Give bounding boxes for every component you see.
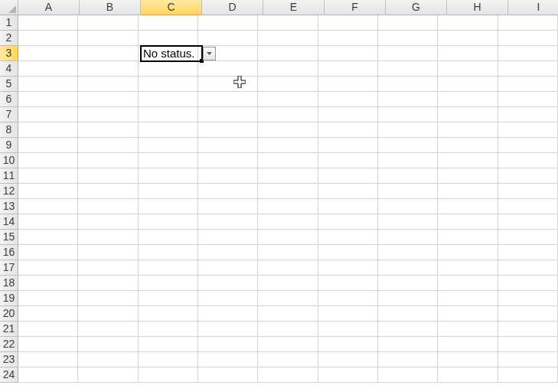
cell-C7[interactable] — [139, 107, 198, 122]
cell-B4[interactable] — [78, 61, 138, 77]
cell-E3[interactable] — [258, 46, 318, 61]
cell-G17[interactable] — [378, 260, 438, 276]
cell-F2[interactable] — [318, 31, 378, 46]
cell-D14[interactable] — [198, 214, 258, 230]
cell-A10[interactable] — [18, 153, 78, 168]
cell-C15[interactable] — [139, 230, 198, 245]
cell-E22[interactable] — [258, 337, 318, 352]
cell-H19[interactable] — [438, 291, 498, 306]
row-header-23[interactable]: 23 — [0, 352, 18, 368]
cell-F4[interactable] — [318, 61, 378, 77]
cell-H13[interactable] — [438, 199, 498, 214]
cell-D20[interactable] — [198, 306, 258, 322]
col-header-C[interactable]: C — [141, 0, 202, 15]
cell-D21[interactable] — [198, 322, 258, 337]
cell-F1[interactable] — [318, 15, 378, 31]
col-header-H[interactable]: H — [447, 0, 508, 15]
cell-A14[interactable] — [18, 214, 78, 230]
cell-C4[interactable] — [139, 61, 198, 77]
cell-C8[interactable] — [139, 122, 198, 138]
row-header-7[interactable]: 7 — [0, 107, 18, 122]
row-header-5[interactable]: 5 — [0, 77, 18, 92]
cell-B8[interactable] — [78, 122, 138, 138]
cell-I12[interactable] — [498, 184, 558, 199]
cell-C3[interactable] — [139, 46, 198, 61]
cell-F15[interactable] — [318, 230, 378, 245]
cell-E13[interactable] — [258, 199, 318, 214]
cell-D2[interactable] — [198, 31, 258, 46]
cell-C18[interactable] — [139, 276, 198, 291]
cell-A20[interactable] — [18, 306, 78, 322]
cell-E20[interactable] — [258, 306, 318, 322]
cell-C6[interactable] — [139, 92, 198, 107]
cell-F21[interactable] — [318, 322, 378, 337]
cell-E6[interactable] — [258, 92, 318, 107]
cell-D13[interactable] — [198, 199, 258, 214]
cell-C5[interactable] — [139, 77, 198, 92]
cell-I13[interactable] — [498, 199, 558, 214]
row-header-13[interactable]: 13 — [0, 199, 18, 214]
cell-H14[interactable] — [438, 214, 498, 230]
cell-B18[interactable] — [78, 276, 138, 291]
cell-G15[interactable] — [378, 230, 438, 245]
row-header-9[interactable]: 9 — [0, 138, 18, 153]
row-header-17[interactable]: 17 — [0, 260, 18, 276]
cell-B9[interactable] — [78, 138, 138, 153]
cell-A1[interactable] — [18, 15, 78, 31]
cell-E19[interactable] — [258, 291, 318, 306]
cell-B13[interactable] — [78, 199, 138, 214]
cell-A21[interactable] — [18, 322, 78, 337]
cell-C22[interactable] — [139, 337, 198, 352]
cell-H7[interactable] — [438, 107, 498, 122]
row-header-1[interactable]: 1 — [0, 15, 18, 31]
cell-H16[interactable] — [438, 245, 498, 260]
cell-C2[interactable] — [139, 31, 198, 46]
cell-G12[interactable] — [378, 184, 438, 199]
cell-C10[interactable] — [139, 153, 198, 168]
cell-C23[interactable] — [139, 352, 198, 368]
cell-D8[interactable] — [198, 122, 258, 138]
cell-B17[interactable] — [78, 260, 138, 276]
row-header-15[interactable]: 15 — [0, 230, 18, 245]
cell-I24[interactable] — [498, 368, 558, 383]
cell-D11[interactable] — [198, 168, 258, 184]
cell-H11[interactable] — [438, 168, 498, 184]
cell-G22[interactable] — [378, 337, 438, 352]
cell-F20[interactable] — [318, 306, 378, 322]
cell-F16[interactable] — [318, 245, 378, 260]
cell-C1[interactable] — [139, 15, 198, 31]
cell-I10[interactable] — [498, 153, 558, 168]
row-header-20[interactable]: 20 — [0, 306, 18, 322]
cell-I19[interactable] — [498, 291, 558, 306]
cell-F9[interactable] — [318, 138, 378, 153]
cell-E17[interactable] — [258, 260, 318, 276]
cell-D18[interactable] — [198, 276, 258, 291]
cell-G16[interactable] — [378, 245, 438, 260]
cell-B16[interactable] — [78, 245, 138, 260]
cell-H8[interactable] — [438, 122, 498, 138]
cell-G19[interactable] — [378, 291, 438, 306]
cell-E2[interactable] — [258, 31, 318, 46]
cell-B15[interactable] — [78, 230, 138, 245]
cell-F11[interactable] — [318, 168, 378, 184]
cell-E18[interactable] — [258, 276, 318, 291]
cell-H20[interactable] — [438, 306, 498, 322]
cell-E24[interactable] — [258, 368, 318, 383]
cell-B6[interactable] — [78, 92, 138, 107]
cell-I23[interactable] — [498, 352, 558, 368]
cell-H4[interactable] — [438, 61, 498, 77]
cell-I14[interactable] — [498, 214, 558, 230]
cell-B22[interactable] — [78, 337, 138, 352]
cell-A23[interactable] — [18, 352, 78, 368]
row-header-6[interactable]: 6 — [0, 92, 18, 107]
cell-I7[interactable] — [498, 107, 558, 122]
cell-C9[interactable] — [139, 138, 198, 153]
cell-F19[interactable] — [318, 291, 378, 306]
cell-A18[interactable] — [18, 276, 78, 291]
cell-A17[interactable] — [18, 260, 78, 276]
cell-E14[interactable] — [258, 214, 318, 230]
cell-I18[interactable] — [498, 276, 558, 291]
cell-B24[interactable] — [78, 368, 138, 383]
cell-I4[interactable] — [498, 61, 558, 77]
cell-A19[interactable] — [18, 291, 78, 306]
